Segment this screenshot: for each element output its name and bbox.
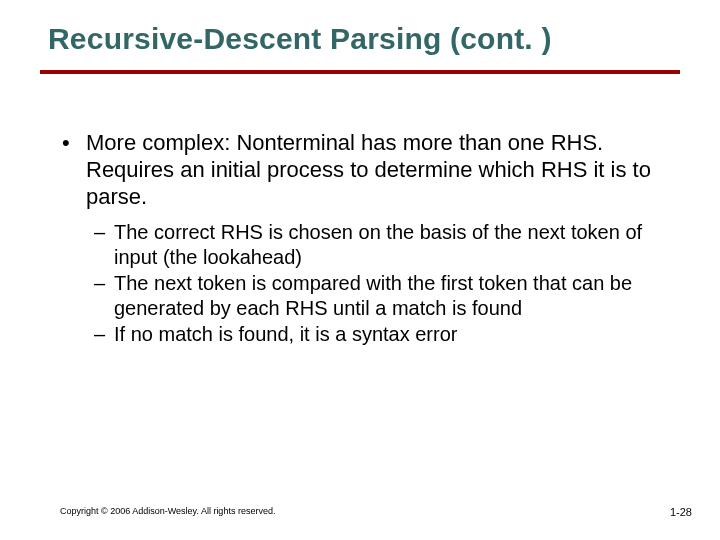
bullet-item: • More complex: Nonterminal has more tha… <box>62 130 660 210</box>
sub-text: The next token is compared with the firs… <box>114 271 660 320</box>
sub-item: – The correct RHS is chosen on the basis… <box>94 220 660 269</box>
sub-item: – If no match is found, it is a syntax e… <box>94 322 660 346</box>
sub-text: If no match is found, it is a syntax err… <box>114 322 660 346</box>
slide-title: Recursive-Descent Parsing (cont. ) <box>48 22 552 56</box>
copyright-text: Copyright © 2006 Addison-Wesley. All rig… <box>60 506 275 516</box>
bullet-text: More complex: Nonterminal has more than … <box>86 130 660 210</box>
sub-mark: – <box>94 322 114 346</box>
bullet-mark: • <box>62 130 86 157</box>
slide: Recursive-Descent Parsing (cont. ) • Mor… <box>0 0 720 540</box>
sub-item: – The next token is compared with the fi… <box>94 271 660 320</box>
sub-text: The correct RHS is chosen on the basis o… <box>114 220 660 269</box>
sub-mark: – <box>94 271 114 295</box>
sub-list: – The correct RHS is chosen on the basis… <box>94 220 660 346</box>
slide-body: • More complex: Nonterminal has more tha… <box>62 130 660 348</box>
page-number: 1-28 <box>670 506 692 518</box>
title-rule <box>40 70 680 74</box>
sub-mark: – <box>94 220 114 244</box>
